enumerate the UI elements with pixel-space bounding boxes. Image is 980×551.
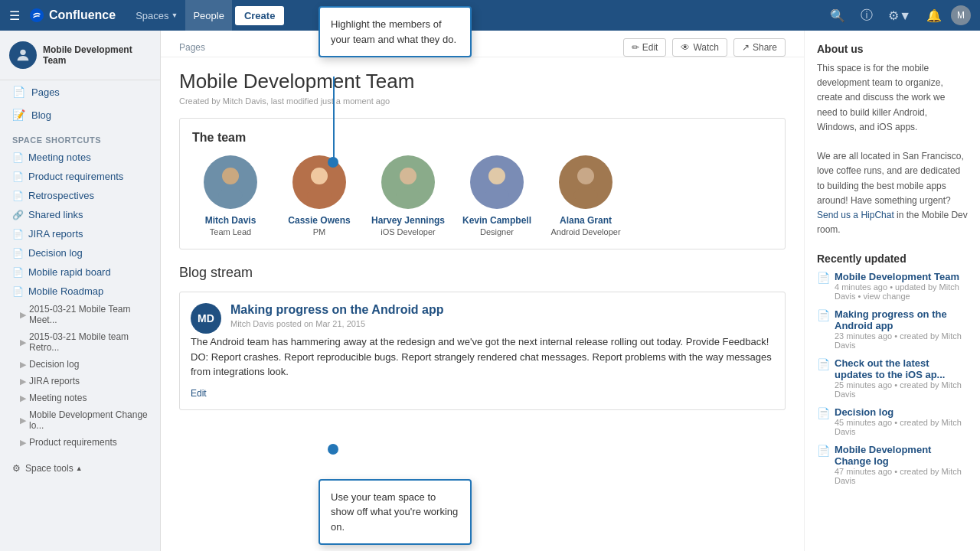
doc-icon-3: 📄 [12, 191, 24, 201]
share-button[interactable]: ↗ Share [733, 38, 786, 57]
member-avatar-5 [559, 155, 612, 209]
nav-spaces[interactable]: Spaces ▼ [128, 0, 185, 31]
member-role-5: Android Developer [547, 227, 624, 236]
notifications-icon[interactable]: 🔔 [920, 4, 948, 28]
gear-icon: ⚙ [12, 463, 21, 474]
sidebar-jira-reports[interactable]: 📄 JIRA reports [0, 224, 160, 243]
blog-icon: 📝 [12, 109, 25, 121]
team-members: Mitch Davis Team Lead Cassie Owens PM [192, 155, 773, 236]
sidebar-blog[interactable]: 📝 Blog [0, 103, 160, 126]
space-shortcuts-label: SPACE SHORTCUTS [0, 126, 160, 148]
create-button[interactable]: Create [235, 6, 284, 25]
blog-section: Blog stream MD Making progress on the An… [179, 265, 786, 410]
sidebar-pages[interactable]: 📄 Pages [0, 80, 160, 103]
member-name-2[interactable]: Cassie Owens [281, 215, 358, 226]
page-actions: ✏ Edit 👁 Watch ↗ Share [623, 38, 786, 57]
user-avatar[interactable]: M [951, 5, 971, 25]
page-body: Mobile Development Team Created by Mitch… [161, 57, 804, 439]
right-panel: About us This space is for the mobile de… [804, 31, 980, 551]
help-icon[interactable]: ⓘ [854, 3, 879, 28]
member-name-3[interactable]: Harvey Jennings [370, 215, 446, 226]
blog-post-meta: Mitch Davis posted on Mar 21, 2015 [230, 319, 444, 328]
svg-point-8 [485, 187, 509, 201]
sidebar-sub-4[interactable]: ▶ JIRA reports [0, 373, 160, 390]
space-tools[interactable]: ⚙ Space tools ▲ [0, 457, 160, 480]
blog-post-title[interactable]: Making progress on the Android app [230, 303, 444, 317]
sidebar-mobile-rapid-board[interactable]: 📄 Mobile rapid board [0, 262, 160, 282]
member-name-4[interactable]: Kevin Campbell [459, 215, 535, 226]
sidebar-decision-log[interactable]: 📄 Decision log [0, 243, 160, 262]
watch-button[interactable]: 👁 Watch [672, 38, 727, 57]
sidebar-space-header[interactable]: Mobile Development Team [0, 31, 160, 80]
doc-icon-r4: 📄 [817, 407, 830, 419]
blog-post-header: MD Making progress on the Android app Mi… [191, 303, 774, 334]
sidebar-mobile-roadmap[interactable]: 📄 Mobile Roadmap [0, 282, 160, 301]
recently-name-3[interactable]: Check out the latest updates to the iOS … [835, 357, 968, 380]
nav-people[interactable]: People [185, 0, 231, 31]
about-us-section: About us This space is for the mobile de… [817, 43, 968, 237]
top-navigation: ☰ Confluence Spaces ▼ People Create 🔍 ⓘ … [0, 0, 980, 31]
blog-post-content: Making progress on the Android app Mitch… [230, 303, 444, 334]
page-meta: Created by Mitch Davis, last modified ju… [179, 96, 786, 106]
hamburger-menu[interactable]: ☰ [9, 8, 20, 23]
recently-meta-2: 23 minutes ago • created by Mitch Davis [835, 331, 968, 350]
recently-name-2[interactable]: Making progress on the Android app [835, 308, 968, 331]
settings-icon[interactable]: ⚙▼ [882, 4, 917, 28]
team-member-3: Harvey Jennings iOS Developer [370, 155, 446, 236]
pages-icon: 📄 [12, 86, 25, 98]
sidebar-meeting-notes[interactable]: 📄 Meeting notes [0, 148, 160, 167]
svg-point-3 [311, 168, 328, 184]
svg-point-2 [218, 187, 243, 201]
page-title: Mobile Development Team [179, 70, 786, 93]
recently-name-1[interactable]: Mobile Development Team [835, 271, 968, 282]
blog-edit-link[interactable]: Edit [191, 388, 207, 399]
edit-button[interactable]: ✏ Edit [623, 38, 667, 57]
member-name-1[interactable]: Mitch Davis [192, 215, 269, 226]
doc-icon-r3: 📄 [817, 358, 830, 370]
svg-point-10 [573, 187, 598, 201]
sidebar-sub-3[interactable]: ▶ Decision log [0, 356, 160, 373]
team-member-1: Mitch Davis Team Lead [192, 155, 269, 236]
confluence-logo[interactable]: Confluence [28, 6, 116, 24]
team-section-title: The team [192, 131, 773, 145]
sidebar-sub-2[interactable]: ▶ 2015-03-21 Mobile team Retro... [0, 328, 160, 356]
recently-updated-title: Recently updated [817, 253, 968, 265]
recently-name-5[interactable]: Mobile Development Change log [835, 444, 968, 467]
main-layout: Mobile Development Team 📄 Pages 📝 Blog S… [0, 31, 980, 551]
hipchat-link[interactable]: Send us a HipChat [817, 210, 894, 220]
recently-item-2: 📄 Making progress on the Android app 23 … [817, 308, 968, 350]
member-avatar-3 [381, 155, 435, 209]
team-member-2: Cassie Owens PM [281, 155, 358, 236]
member-avatar-4 [470, 155, 524, 209]
member-avatar-1 [204, 155, 257, 209]
svg-point-9 [577, 168, 594, 184]
sidebar-product-requirements[interactable]: 📄 Product requirements [0, 167, 160, 186]
member-role-3: iOS Developer [370, 227, 446, 236]
onboarding-tooltip-top: Highlight the members of your team and w… [318, 6, 472, 57]
doc-icon-r1: 📄 [817, 272, 830, 284]
search-icon[interactable]: 🔍 [824, 4, 851, 28]
recently-meta-3: 25 minutes ago • created by Mitch Davis [835, 380, 968, 399]
decision-icon: 📄 [12, 248, 24, 259]
report-icon: 📄 [12, 229, 24, 240]
recently-name-4[interactable]: Decision log [835, 406, 968, 418]
doc-icon-r5: 📄 [817, 445, 830, 457]
recently-item-5: 📄 Mobile Development Change log 47 minut… [817, 444, 968, 485]
team-member-5: Alana Grant Android Developer [547, 155, 624, 236]
team-section: The team Mitch Davis Team Lead [179, 118, 786, 249]
sidebar-sub-5[interactable]: ▶ Meeting notes [0, 390, 160, 406]
sidebar-sub-1[interactable]: ▶ 2015-03-21 Mobile Team Meet... [0, 301, 160, 328]
sidebar-sub-6[interactable]: ▶ Mobile Development Change lo... [0, 406, 160, 434]
space-avatar [9, 41, 37, 69]
member-name-5[interactable]: Alana Grant [547, 215, 624, 226]
about-us-title: About us [817, 43, 968, 55]
blog-author-avatar: MD [191, 303, 221, 334]
sidebar-sub-7[interactable]: ▶ Product requirements [0, 434, 160, 451]
sidebar-shared-links[interactable]: 🔗 Shared links [0, 205, 160, 224]
svg-point-0 [20, 50, 25, 55]
sidebar-retrospectives[interactable]: 📄 Retrospectives [0, 186, 160, 205]
recently-meta-5: 47 minutes ago • created by Mitch Davis [835, 467, 968, 485]
link-icon: 🔗 [12, 210, 24, 220]
member-role-4: Designer [459, 227, 535, 236]
logo-text: Confluence [49, 8, 116, 22]
